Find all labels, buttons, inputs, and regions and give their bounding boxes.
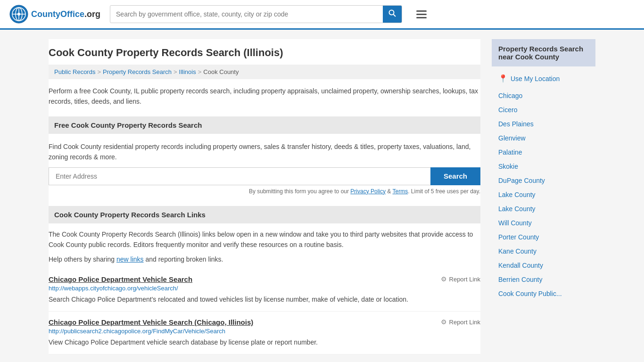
global-search-button[interactable] — [383, 6, 402, 23]
link-url-1: http://publicsearch2.chicagopolice.org/F… — [49, 328, 480, 335]
sidebar-link-11[interactable]: Kane County — [492, 244, 595, 258]
page-description: Perform a free Cook County, IL public pr… — [49, 79, 480, 112]
page-container: Cook County Property Records Search (Ill… — [39, 30, 605, 362]
logo-icon — [9, 5, 28, 24]
free-search-heading: Free Cook County Property Records Search — [49, 116, 480, 134]
sidebar-link-10[interactable]: Porter County — [492, 230, 595, 244]
report-link-label-1: Report Link — [449, 319, 480, 326]
sidebar-link-3[interactable]: Glenview — [492, 131, 595, 145]
breadcrumb-cook-county: Cook County — [203, 68, 239, 75]
breadcrumb-property-records[interactable]: Property Records Search — [103, 68, 172, 75]
links-section-heading: Cook County Property Records Search Link… — [49, 206, 480, 223]
sidebar: Property Records Search near Cook County… — [492, 39, 595, 354]
search-form: Find Cook County residential property re… — [49, 134, 480, 201]
link-url-0: http://webapps.cityofchicago.org/vehicle… — [49, 285, 480, 292]
breadcrumb-sep-3: > — [198, 68, 202, 75]
sidebar-link-13[interactable]: Berrien County — [492, 272, 595, 287]
sidebar-link-14[interactable]: Cook County Public... — [492, 287, 595, 301]
location-pin-icon: 📍 — [498, 74, 508, 83]
breadcrumb: Public Records > Property Records Search… — [49, 65, 480, 79]
sidebar-link-5[interactable]: Skokie — [492, 159, 595, 173]
report-link-label-0: Report Link — [449, 276, 480, 283]
sidebar-heading: Property Records Search near Cook County — [492, 39, 595, 66]
link-desc-0: Search Chicago Police Department's reloc… — [49, 295, 480, 304]
search-row: Search — [49, 167, 480, 185]
use-location-label: Use My Location — [511, 75, 560, 82]
sidebar-link-4[interactable]: Palatine — [492, 145, 595, 159]
link-item-header: Chicago Police Department Vehicle Search… — [49, 275, 480, 283]
new-links-link[interactable]: new links — [116, 255, 144, 263]
link-items-list: Chicago Police Department Vehicle Search… — [49, 269, 480, 354]
sidebar-link-0[interactable]: Chicago — [492, 89, 595, 103]
link-desc-1: View Chicago Police Department vehicle s… — [49, 337, 480, 347]
link-item-header: Chicago Police Department Vehicle Search… — [49, 318, 480, 326]
svg-line-7 — [394, 15, 396, 17]
link-item-title-1[interactable]: Chicago Police Department Vehicle Search… — [49, 318, 253, 326]
report-icon-0: ⚙ — [441, 275, 447, 283]
breadcrumb-public-records[interactable]: Public Records — [54, 68, 95, 75]
address-input[interactable] — [49, 167, 430, 185]
logo[interactable]: CountyOffice.org — [9, 5, 100, 24]
sidebar-link-8[interactable]: Lake County — [492, 202, 595, 216]
sidebar-link-7[interactable]: Lake County — [492, 188, 595, 202]
header: CountyOffice.org — [0, 0, 644, 30]
terms-link[interactable]: Terms — [392, 188, 408, 195]
sidebar-link-1[interactable]: Cicero — [492, 103, 595, 117]
privacy-policy-link[interactable]: Privacy Policy — [350, 188, 386, 195]
breadcrumb-sep-1: > — [97, 68, 101, 75]
link-item-title-0[interactable]: Chicago Police Department Vehicle Search — [49, 275, 192, 283]
page-title: Cook County Property Records Search (Ill… — [49, 39, 480, 65]
search-icon — [388, 9, 396, 17]
hamburger-icon — [416, 10, 427, 18]
report-icon-1: ⚙ — [441, 318, 447, 326]
global-search-bar — [110, 5, 402, 23]
sidebar-link-6[interactable]: DuPage County — [492, 173, 595, 188]
free-search-description: Find Cook County residential property re… — [49, 141, 480, 167]
link-item: Chicago Police Department Vehicle Search… — [49, 312, 480, 354]
logo-text: CountyOffice.org — [31, 9, 100, 19]
share-text: Help others by sharing new links and rep… — [49, 254, 480, 269]
report-link-button-1[interactable]: ⚙ Report Link — [441, 318, 480, 326]
form-disclaimer: By submitting this form you agree to our… — [49, 185, 480, 199]
svg-point-6 — [389, 10, 394, 15]
sidebar-link-9[interactable]: Will County — [492, 216, 595, 230]
use-location[interactable]: 📍 Use My Location — [492, 70, 595, 87]
sidebar-link-12[interactable]: Kendall County — [492, 258, 595, 272]
breadcrumb-illinois[interactable]: Illinois — [179, 68, 196, 75]
search-submit-button[interactable]: Search — [430, 167, 480, 185]
report-link-button-0[interactable]: ⚙ Report Link — [441, 275, 480, 283]
breadcrumb-sep-2: > — [173, 68, 177, 75]
link-item: Chicago Police Department Vehicle Search… — [49, 269, 480, 312]
global-search-input[interactable] — [110, 7, 383, 22]
menu-button[interactable] — [416, 10, 427, 18]
sidebar-link-2[interactable]: Des Plaines — [492, 117, 595, 131]
svg-point-5 — [17, 13, 20, 16]
sidebar-links-list: ChicagoCiceroDes PlainesGlenviewPalatine… — [492, 87, 595, 303]
main-content: Cook County Property Records Search (Ill… — [49, 39, 480, 354]
links-description: The Cook County Property Records Search … — [49, 223, 480, 254]
